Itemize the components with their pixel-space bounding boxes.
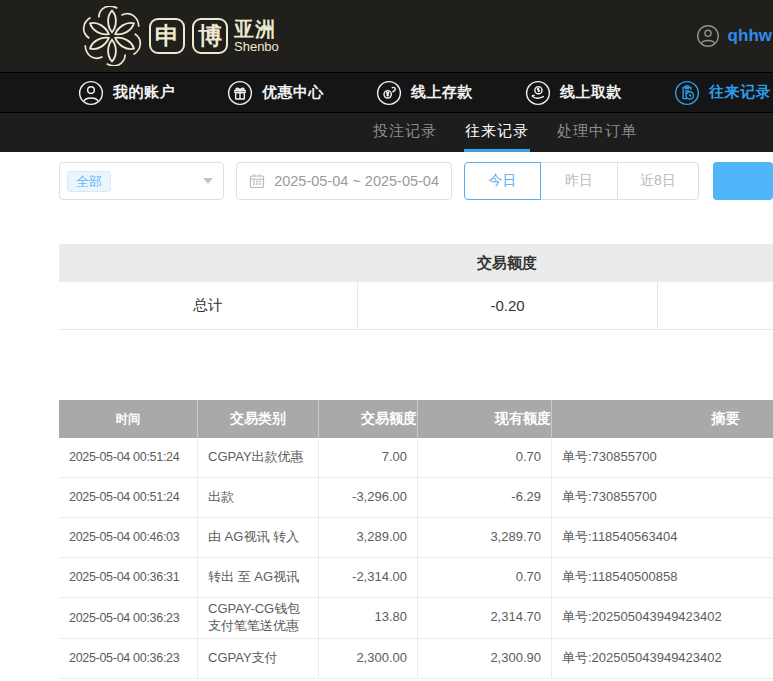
records-clock-icon — [674, 80, 700, 106]
user-avatar-icon — [696, 24, 720, 48]
table-cell: 转出 至 AG视讯 — [198, 558, 319, 597]
table-cell: 2,300.90 — [418, 639, 552, 678]
table-cell: CGPAY支付 — [198, 639, 319, 678]
table-cell: 3,289.00 — [319, 518, 418, 557]
filter-row: 全部 2025-05-04 ~ 2025-05-04 今日 昨日 近8日 — [59, 162, 773, 200]
tab-pending-orders[interactable]: 处理中订单 — [556, 113, 638, 152]
table-cell: -3,296.00 — [319, 478, 418, 517]
chevron-down-icon — [203, 178, 213, 184]
table-cell: 0.70 — [418, 438, 552, 477]
username-text: qhhw — [728, 26, 772, 46]
last-8-days-button[interactable]: 近8日 — [617, 162, 699, 200]
column-header-amount: 交易额度 — [319, 400, 418, 438]
summary-total-row: 总计 -0.20 — [59, 282, 773, 330]
quick-date-buttons: 今日 昨日 近8日 — [464, 162, 699, 200]
table-cell: 2025-05-04 00:36:31 — [59, 558, 198, 597]
table-body: 2025-05-04 00:51:24CGPAY出款优惠7.000.70单号:7… — [59, 438, 773, 679]
table-cell: 单号:202505043949423402 — [552, 639, 773, 678]
table-cell: 7.00 — [319, 438, 418, 477]
table-row: 2025-05-04 00:36:23CGPAY支付2,300.002,300.… — [59, 639, 773, 679]
table-row: 2025-05-04 00:36:31转出 至 AG视讯-2,314.000.7… — [59, 558, 773, 598]
logo-char-bo: 博 — [192, 18, 228, 54]
nav-label: 线上存款 — [411, 83, 473, 102]
logo-region-text: 亚洲 — [234, 19, 279, 40]
table-cell: 13.80 — [319, 598, 418, 638]
user-icon — [78, 80, 104, 106]
logo-char-shen: 申 — [149, 18, 185, 54]
table-cell: -2,314.00 — [319, 558, 418, 597]
selected-type-tag[interactable]: 全部 — [67, 171, 111, 192]
logo-latin-text: Shenbo — [234, 40, 279, 54]
table-cell: 由 AG视讯 转入 — [198, 518, 319, 557]
table-row: 2025-05-04 00:46:03由 AG视讯 转入3,289.003,28… — [59, 518, 773, 558]
table-header-row: 时间 交易类别 交易额度 现有额度 摘要 — [59, 400, 773, 438]
yesterday-button[interactable]: 昨日 — [540, 162, 618, 200]
table-cell: CGPAY出款优惠 — [198, 438, 319, 477]
logo[interactable]: 申 博 亚洲 Shenbo — [82, 6, 279, 66]
gift-icon — [227, 80, 253, 106]
column-header-summary: 摘要 — [552, 400, 773, 438]
table-row: 2025-05-04 00:36:23CGPAY-CG钱包支付笔笔送优惠13.8… — [59, 598, 773, 639]
withdraw-hand-icon — [525, 80, 551, 106]
summary-total-value: -0.20 — [357, 282, 657, 329]
transactions-table: 时间 交易类别 交易额度 现有额度 摘要 2025-05-04 00:51:24… — [59, 400, 773, 679]
table-row: 2025-05-04 00:51:24出款-3,296.00-6.29单号:73… — [59, 478, 773, 518]
tab-betting-records[interactable]: 投注记录 — [372, 113, 438, 152]
table-cell: 2,300.00 — [319, 639, 418, 678]
flower-logo-icon — [82, 6, 142, 66]
type-select[interactable]: 全部 — [59, 162, 224, 200]
summary-header-cell: 交易额度 — [357, 254, 657, 273]
table-cell: 单号:730855700 — [552, 438, 773, 477]
table-cell: -6.29 — [418, 478, 552, 517]
column-header-type: 交易类别 — [198, 400, 319, 438]
calendar-icon — [249, 173, 265, 189]
nav-label: 往来记录 — [709, 83, 771, 102]
content: 全部 2025-05-04 ~ 2025-05-04 今日 昨日 近8日 — [0, 162, 773, 679]
table-cell: 3,289.70 — [418, 518, 552, 557]
page: 申 博 亚洲 Shenbo qhhw 我的账户 — [0, 0, 773, 681]
record-tabs: 投注记录 往来记录 处理中订单 — [0, 112, 773, 152]
column-header-time: 时间 — [59, 400, 198, 438]
nav-item-deposit[interactable]: 线上存款 — [376, 80, 473, 106]
table-cell: 2025-05-04 00:36:23 — [59, 639, 198, 678]
table-cell: 单号:118540563404 — [552, 518, 773, 557]
table-row: 2025-05-04 00:51:24CGPAY出款优惠7.000.70单号:7… — [59, 438, 773, 478]
column-header-balance: 现有额度 — [418, 400, 552, 438]
table-cell: 单号:202505043949423402 — [552, 598, 773, 638]
site-header: 申 博 亚洲 Shenbo qhhw — [0, 0, 773, 72]
main-nav: 我的账户 优惠中心 线上存款 — [0, 72, 773, 112]
table-cell: 出款 — [198, 478, 319, 517]
table-cell: CGPAY-CG钱包支付笔笔送优惠 — [198, 598, 319, 638]
table-cell: 2025-05-04 00:51:24 — [59, 438, 198, 477]
date-range-input[interactable]: 2025-05-04 ~ 2025-05-04 — [236, 162, 452, 200]
nav-item-my-account[interactable]: 我的账户 — [78, 80, 175, 106]
nav-item-withdraw[interactable]: 线上取款 — [525, 80, 622, 106]
tab-transaction-records[interactable]: 往来记录 — [464, 113, 530, 152]
user-account[interactable]: qhhw — [696, 0, 772, 72]
table-cell: 0.70 — [418, 558, 552, 597]
summary-total-label: 总计 — [59, 282, 357, 329]
table-cell: 单号:730855700 — [552, 478, 773, 517]
date-range-value: 2025-05-04 ~ 2025-05-04 — [274, 173, 439, 189]
nav-item-transaction-records[interactable]: 往来记录 — [674, 80, 771, 106]
nav-item-promotions[interactable]: 优惠中心 — [227, 80, 324, 106]
table-cell: 2025-05-04 00:51:24 — [59, 478, 198, 517]
today-button[interactable]: 今日 — [464, 162, 541, 200]
table-cell: 2025-05-04 00:46:03 — [59, 518, 198, 557]
deposit-coin-icon — [376, 80, 402, 106]
table-cell: 2,314.70 — [418, 598, 552, 638]
nav-label: 线上取款 — [560, 83, 622, 102]
nav-label: 优惠中心 — [262, 83, 324, 102]
table-cell: 2025-05-04 00:36:23 — [59, 598, 198, 638]
summary-header-row: 交易额度 — [59, 244, 773, 282]
summary-table: 交易额度 总计 -0.20 — [59, 244, 773, 330]
nav-label: 我的账户 — [113, 83, 175, 102]
logo-wordmark: 亚洲 Shenbo — [234, 19, 279, 54]
summary-empty-cell — [657, 282, 773, 329]
table-cell: 单号:118540500858 — [552, 558, 773, 597]
query-button[interactable] — [713, 162, 773, 200]
